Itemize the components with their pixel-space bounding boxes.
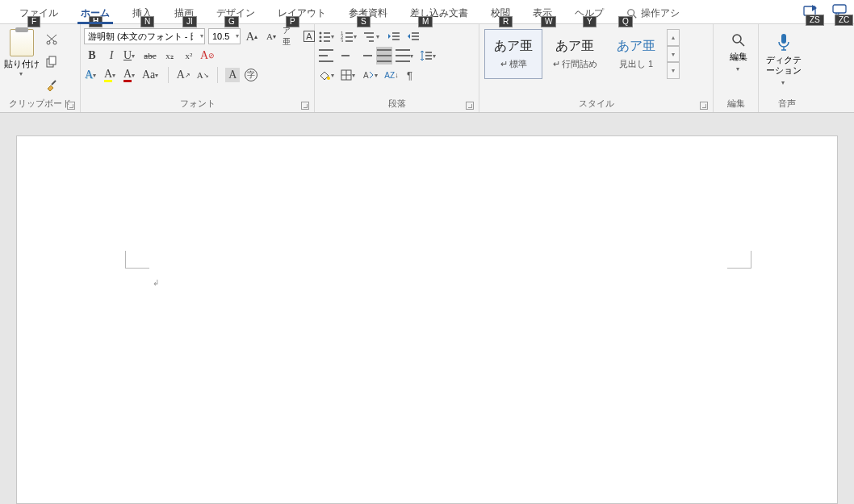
char-scale-down-button[interactable]: A↘ [195, 66, 211, 84]
grow-font-button[interactable]: A▴ [244, 27, 260, 45]
svg-rect-29 [425, 52, 432, 53]
tab-mailings[interactable]: 差し込み文書M [399, 2, 479, 23]
decrease-indent-button[interactable] [386, 27, 402, 45]
underline-button[interactable]: U▾ [123, 47, 139, 65]
svg-rect-7 [49, 56, 56, 65]
show-marks-button[interactable]: ¶ [404, 66, 420, 84]
tell-me-search[interactable]: 操作アシ Q [615, 2, 691, 23]
svg-rect-11 [324, 36, 330, 38]
gallery-down-button[interactable]: ▾ [667, 46, 680, 63]
highlight-button[interactable]: A▾ [103, 66, 119, 84]
bold-button[interactable]: B [84, 47, 100, 65]
font-name-combo[interactable] [84, 28, 205, 44]
style-normal[interactable]: あア亜 ↵標準 [484, 29, 542, 79]
paste-button[interactable]: 貼り付け ▾ [3, 29, 40, 77]
align-center-button[interactable] [337, 47, 354, 65]
document-page[interactable]: ↲ [16, 135, 838, 504]
justify-button[interactable] [376, 47, 392, 65]
svg-rect-25 [392, 39, 400, 40]
dialog-launcher-font[interactable] [301, 102, 309, 110]
comments-button[interactable]: ZC [831, 3, 849, 19]
title-bar-buttons: ZS ZC [802, 0, 854, 19]
superscript-button[interactable]: x² [181, 47, 197, 65]
svg-point-12 [320, 40, 322, 43]
svg-rect-28 [412, 39, 419, 40]
group-font: ▾ ▾ A▴ A▾ ア亜 A B I U▾ abc x₂ x² A⊘ A▾ A▾… [81, 24, 315, 112]
cut-button[interactable] [44, 31, 60, 48]
editing-button[interactable]: 編集 ▾ [717, 26, 760, 73]
tab-view[interactable]: 表示W [521, 2, 563, 23]
phonetic-guide-button[interactable]: ア亜 [283, 27, 299, 45]
distributed-button[interactable]: ▾ [396, 47, 417, 65]
tab-design[interactable]: デザインG [205, 2, 266, 23]
group-label-voice: 音声 [778, 98, 796, 108]
italic-button[interactable]: I [103, 47, 119, 65]
microphone-icon [776, 32, 792, 52]
bullets-button[interactable]: ▾ [318, 27, 337, 45]
svg-point-5 [53, 41, 57, 44]
char-scale-up-button[interactable]: A↗ [175, 66, 191, 84]
shading-button[interactable]: ▾ [318, 66, 337, 84]
indent-icon [407, 31, 420, 42]
strikethrough-button[interactable]: abc [142, 47, 158, 65]
svg-rect-15 [345, 32, 353, 34]
subscript-button[interactable]: x₂ [161, 47, 178, 65]
chevron-down-icon: ▾ [781, 79, 786, 86]
svg-rect-31 [425, 58, 432, 60]
tab-layout[interactable]: レイアウトP [266, 2, 337, 23]
svg-point-8 [320, 32, 322, 35]
borders-button[interactable]: ▾ [341, 66, 358, 84]
svg-rect-27 [412, 35, 419, 37]
svg-rect-26 [412, 32, 419, 34]
dialog-launcher-paragraph[interactable] [466, 102, 474, 110]
gallery-more-button[interactable]: ▾ [667, 62, 680, 79]
format-painter-button[interactable] [44, 76, 60, 94]
tab-references[interactable]: 参考資料S [337, 2, 399, 23]
svg-rect-21 [366, 36, 374, 38]
line-spacing-icon [420, 50, 433, 61]
svg-rect-22 [369, 40, 374, 42]
svg-rect-23 [392, 32, 400, 34]
tab-home[interactable]: ホームH [69, 2, 121, 23]
chevron-down-icon[interactable]: ▾ [236, 32, 239, 40]
sort-button[interactable]: AZ↓ [384, 66, 400, 84]
clear-formatting-button[interactable]: A⊘ [200, 47, 216, 65]
tab-draw[interactable]: 描画JI [163, 2, 205, 23]
svg-rect-9 [324, 32, 330, 34]
shrink-font-button[interactable]: A▾ [263, 27, 279, 45]
align-right-button[interactable] [357, 47, 373, 65]
svg-point-32 [327, 77, 330, 80]
share-button[interactable]: ZS [802, 3, 820, 19]
copy-icon [45, 56, 58, 69]
character-shading-button[interactable]: A [224, 66, 241, 84]
enclose-char-button[interactable]: 字 [244, 66, 260, 84]
group-clipboard: 貼り付け ▾ クリップボード [0, 24, 81, 112]
scissors-icon [45, 33, 58, 46]
svg-rect-30 [425, 55, 432, 56]
tab-review[interactable]: 校閲R [479, 2, 521, 23]
group-styles: あア亜 ↵標準 あア亜 ↵行間詰め あア亜 見出し 1 ▴ ▾ ▾ スタイル [479, 24, 714, 112]
multilevel-list-button[interactable]: ▾ [363, 27, 383, 45]
line-spacing-button[interactable]: ▾ [420, 47, 439, 65]
style-heading-1[interactable]: あア亜 見出し 1 [607, 29, 665, 79]
gallery-up-button[interactable]: ▴ [667, 29, 680, 46]
svg-point-38 [733, 35, 741, 43]
chevron-down-icon[interactable]: ▾ [200, 32, 203, 40]
tab-help[interactable]: ヘルプY [563, 2, 615, 23]
dialog-launcher-styles[interactable] [700, 102, 708, 110]
tab-file[interactable]: ファイルF [8, 2, 69, 23]
change-case-button[interactable]: Aa▾ [142, 66, 161, 84]
dictate-button[interactable]: ディクテーション ▾ [762, 26, 806, 86]
dialog-launcher-clipboard[interactable] [67, 102, 75, 110]
tab-insert[interactable]: 挿入N [121, 2, 163, 23]
text-effects-button[interactable]: A▾ [84, 66, 100, 84]
copy-button[interactable] [44, 53, 60, 71]
asian-layout-button[interactable]: A▾ [362, 66, 381, 84]
increase-indent-button[interactable] [405, 27, 421, 45]
font-color-button[interactable]: A▾ [123, 66, 139, 84]
style-no-spacing[interactable]: あア亜 ↵行間詰め [546, 29, 604, 79]
ribbon-tabs: ファイルF ホームH 挿入N 描画JI デザインG レイアウトP 参考資料S 差… [0, 0, 854, 24]
numbering-button[interactable]: 123▾ [341, 27, 360, 45]
chevron-down-icon: ▾ [736, 65, 741, 73]
align-left-button[interactable] [318, 47, 334, 65]
